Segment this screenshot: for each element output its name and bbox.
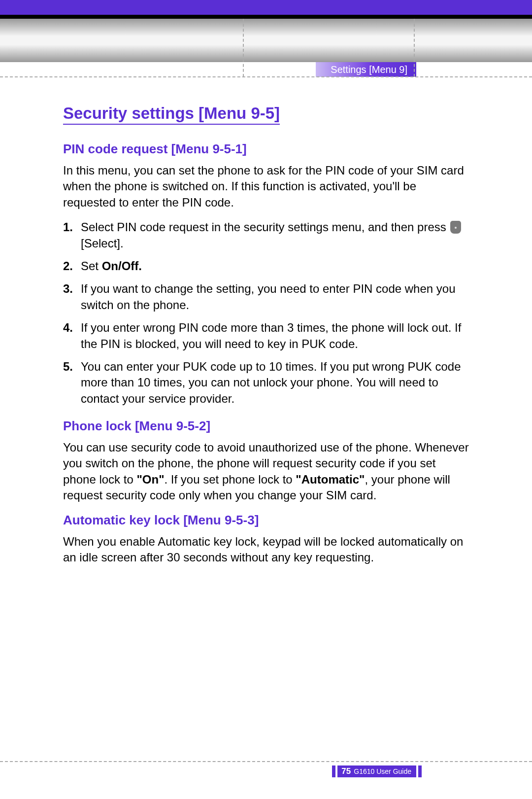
pin-heading: PIN code request [Menu 9-5-1] bbox=[63, 141, 469, 157]
autokey-heading: Automatic key lock [Menu 9-5-3] bbox=[63, 513, 469, 528]
content-area: Security settings [Menu 9-5] PIN code re… bbox=[0, 77, 532, 565]
step-text: Select PIN code request in the security … bbox=[81, 220, 449, 234]
vertical-dash-icon bbox=[414, 19, 415, 77]
pin-steps-list: Select PIN code request in the security … bbox=[63, 219, 469, 407]
body-text: . If you set phone lock to bbox=[165, 473, 296, 486]
vertical-dash-icon bbox=[243, 19, 244, 77]
pin-step-3: If you want to change the setting, you n… bbox=[63, 281, 469, 313]
breadcrumb-band: Settings [Menu 9] bbox=[0, 62, 532, 77]
section-title: Security settings [Menu 9-5] bbox=[63, 104, 280, 125]
footer-label: 75G1610 User Guide bbox=[337, 765, 416, 777]
pin-step-5: You can enter your PUK code up to 10 tim… bbox=[63, 359, 469, 407]
softkey-icon bbox=[450, 221, 461, 234]
pin-step-2: Set On/Off. bbox=[63, 258, 469, 274]
pin-step-1: Select PIN code request in the security … bbox=[63, 219, 469, 251]
footer-area: 75G1610 User Guide bbox=[0, 761, 532, 799]
body-bold-auto: "Automatic" bbox=[296, 473, 365, 486]
body-bold-on: "On" bbox=[136, 473, 164, 486]
horizontal-dash-icon bbox=[0, 761, 532, 762]
top-black-bar bbox=[0, 15, 532, 19]
pin-intro: In this menu, you can set the phone to a… bbox=[63, 163, 469, 210]
step-bold: On/Off. bbox=[102, 259, 142, 273]
phonelock-body: You can use security code to avoid unaut… bbox=[63, 440, 469, 504]
top-purple-bar bbox=[0, 0, 532, 15]
step-text: Set bbox=[81, 259, 102, 273]
guide-name: G1610 User Guide bbox=[354, 767, 411, 775]
horizontal-dash-icon bbox=[0, 76, 532, 77]
step-text: [Select]. bbox=[81, 237, 124, 250]
breadcrumb-label: Settings [Menu 9] bbox=[316, 62, 416, 77]
page-number: 75 bbox=[341, 766, 351, 776]
autokey-body: When you enable Automatic key lock, keyp… bbox=[63, 534, 469, 566]
phonelock-heading: Phone lock [Menu 9-5-2] bbox=[63, 418, 469, 434]
gradient-band bbox=[0, 19, 532, 62]
pin-step-4: If you enter wrong PIN code more than 3 … bbox=[63, 320, 469, 352]
